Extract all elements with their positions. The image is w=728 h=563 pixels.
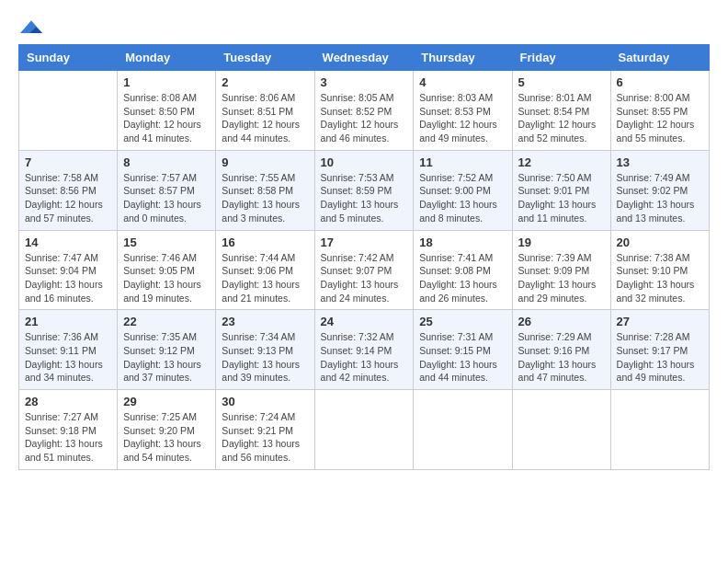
day-info: Sunrise: 7:32 AMSunset: 9:14 PMDaylight:… bbox=[321, 330, 408, 385]
day-info: Sunrise: 7:27 AMSunset: 9:18 PMDaylight:… bbox=[25, 410, 111, 465]
calendar-cell: 3Sunrise: 8:05 AMSunset: 8:52 PMDaylight… bbox=[314, 71, 414, 151]
calendar-header: SundayMondayTuesdayWednesdayThursdayFrid… bbox=[19, 45, 710, 71]
day-number: 17 bbox=[321, 236, 408, 249]
calendar-cell bbox=[512, 390, 610, 470]
day-number: 23 bbox=[222, 315, 308, 328]
day-info: Sunrise: 7:39 AMSunset: 9:09 PMDaylight:… bbox=[518, 251, 605, 305]
col-header-thursday: Thursday bbox=[414, 45, 512, 71]
day-number: 2 bbox=[222, 75, 308, 89]
day-number: 9 bbox=[222, 155, 308, 169]
day-number: 12 bbox=[518, 155, 605, 169]
calendar-cell: 12Sunrise: 7:50 AMSunset: 9:01 PMDayligh… bbox=[512, 150, 610, 230]
calendar-cell: 4Sunrise: 8:03 AMSunset: 8:53 PMDaylight… bbox=[414, 71, 512, 151]
day-number: 29 bbox=[123, 395, 210, 408]
calendar-cell: 18Sunrise: 7:41 AMSunset: 9:08 PMDayligh… bbox=[414, 230, 512, 310]
day-info: Sunrise: 7:28 AMSunset: 9:17 PMDaylight:… bbox=[617, 330, 703, 385]
day-number: 4 bbox=[419, 75, 506, 89]
day-info: Sunrise: 7:49 AMSunset: 9:02 PMDaylight:… bbox=[617, 171, 703, 225]
day-info: Sunrise: 8:01 AMSunset: 8:54 PMDaylight:… bbox=[518, 91, 605, 145]
col-header-wednesday: Wednesday bbox=[314, 45, 414, 71]
calendar-cell: 29Sunrise: 7:25 AMSunset: 9:20 PMDayligh… bbox=[118, 390, 216, 470]
calendar-cell: 23Sunrise: 7:34 AMSunset: 9:13 PMDayligh… bbox=[216, 310, 314, 390]
day-info: Sunrise: 7:38 AMSunset: 9:10 PMDaylight:… bbox=[617, 251, 703, 305]
calendar-cell: 16Sunrise: 7:44 AMSunset: 9:06 PMDayligh… bbox=[216, 230, 314, 310]
day-info: Sunrise: 7:57 AMSunset: 8:57 PMDaylight:… bbox=[123, 171, 210, 225]
calendar-cell: 20Sunrise: 7:38 AMSunset: 9:10 PMDayligh… bbox=[610, 230, 709, 310]
day-info: Sunrise: 8:08 AMSunset: 8:50 PMDaylight:… bbox=[123, 91, 210, 145]
day-number: 26 bbox=[518, 315, 605, 328]
calendar-cell bbox=[19, 71, 118, 151]
day-number: 24 bbox=[321, 315, 408, 328]
calendar-cell: 8Sunrise: 7:57 AMSunset: 8:57 PMDaylight… bbox=[118, 150, 216, 230]
col-header-friday: Friday bbox=[512, 45, 610, 71]
day-info: Sunrise: 7:52 AMSunset: 9:00 PMDaylight:… bbox=[419, 171, 506, 225]
day-info: Sunrise: 8:06 AMSunset: 8:51 PMDaylight:… bbox=[222, 91, 308, 145]
calendar-cell: 7Sunrise: 7:58 AMSunset: 8:56 PMDaylight… bbox=[19, 150, 118, 230]
calendar-cell: 21Sunrise: 7:36 AMSunset: 9:11 PMDayligh… bbox=[19, 310, 118, 390]
page-header bbox=[18, 18, 710, 37]
day-info: Sunrise: 7:25 AMSunset: 9:20 PMDaylight:… bbox=[123, 410, 210, 465]
calendar-cell: 10Sunrise: 7:53 AMSunset: 8:59 PMDayligh… bbox=[314, 150, 414, 230]
day-info: Sunrise: 7:46 AMSunset: 9:05 PMDaylight:… bbox=[123, 251, 210, 305]
day-info: Sunrise: 7:29 AMSunset: 9:16 PMDaylight:… bbox=[518, 330, 605, 385]
calendar-cell: 14Sunrise: 7:47 AMSunset: 9:04 PMDayligh… bbox=[19, 230, 118, 310]
day-number: 6 bbox=[617, 75, 703, 89]
day-number: 5 bbox=[518, 75, 605, 89]
day-number: 10 bbox=[321, 155, 408, 169]
day-number: 25 bbox=[419, 315, 506, 328]
calendar-cell: 25Sunrise: 7:31 AMSunset: 9:15 PMDayligh… bbox=[414, 310, 512, 390]
day-info: Sunrise: 7:58 AMSunset: 8:56 PMDaylight:… bbox=[25, 171, 111, 225]
calendar-cell: 5Sunrise: 8:01 AMSunset: 8:54 PMDaylight… bbox=[512, 71, 610, 151]
day-info: Sunrise: 7:34 AMSunset: 9:13 PMDaylight:… bbox=[222, 330, 308, 385]
calendar-cell: 24Sunrise: 7:32 AMSunset: 9:14 PMDayligh… bbox=[314, 310, 414, 390]
day-number: 1 bbox=[123, 75, 210, 89]
day-number: 27 bbox=[617, 315, 703, 328]
day-number: 8 bbox=[123, 155, 210, 169]
day-number: 18 bbox=[419, 236, 506, 249]
day-number: 13 bbox=[617, 155, 703, 169]
day-number: 20 bbox=[617, 236, 703, 249]
calendar-cell: 19Sunrise: 7:39 AMSunset: 9:09 PMDayligh… bbox=[512, 230, 610, 310]
day-number: 15 bbox=[123, 236, 210, 249]
calendar-week-row: 7Sunrise: 7:58 AMSunset: 8:56 PMDaylight… bbox=[19, 150, 710, 230]
day-info: Sunrise: 7:24 AMSunset: 9:21 PMDaylight:… bbox=[222, 410, 308, 465]
day-info: Sunrise: 7:42 AMSunset: 9:07 PMDaylight:… bbox=[321, 251, 408, 305]
calendar-body: 1Sunrise: 8:08 AMSunset: 8:50 PMDaylight… bbox=[19, 71, 710, 470]
col-header-sunday: Sunday bbox=[19, 45, 118, 71]
calendar-cell: 30Sunrise: 7:24 AMSunset: 9:21 PMDayligh… bbox=[216, 390, 314, 470]
calendar-cell: 17Sunrise: 7:42 AMSunset: 9:07 PMDayligh… bbox=[314, 230, 414, 310]
calendar-cell bbox=[414, 390, 512, 470]
logo bbox=[18, 18, 42, 37]
day-number: 14 bbox=[25, 236, 111, 249]
day-number: 28 bbox=[25, 395, 111, 408]
calendar-cell: 26Sunrise: 7:29 AMSunset: 9:16 PMDayligh… bbox=[512, 310, 610, 390]
calendar-cell: 11Sunrise: 7:52 AMSunset: 9:00 PMDayligh… bbox=[414, 150, 512, 230]
col-header-saturday: Saturday bbox=[610, 45, 709, 71]
col-header-monday: Monday bbox=[118, 45, 216, 71]
day-number: 3 bbox=[321, 75, 408, 89]
calendar-cell: 6Sunrise: 8:00 AMSunset: 8:55 PMDaylight… bbox=[610, 71, 709, 151]
calendar-cell: 22Sunrise: 7:35 AMSunset: 9:12 PMDayligh… bbox=[118, 310, 216, 390]
day-number: 19 bbox=[518, 236, 605, 249]
day-info: Sunrise: 7:47 AMSunset: 9:04 PMDaylight:… bbox=[25, 251, 111, 305]
day-number: 16 bbox=[222, 236, 308, 249]
day-info: Sunrise: 7:55 AMSunset: 8:58 PMDaylight:… bbox=[222, 171, 308, 225]
calendar-header-row: SundayMondayTuesdayWednesdayThursdayFrid… bbox=[19, 45, 710, 71]
day-info: Sunrise: 7:36 AMSunset: 9:11 PMDaylight:… bbox=[25, 330, 111, 385]
day-info: Sunrise: 8:05 AMSunset: 8:52 PMDaylight:… bbox=[321, 91, 408, 145]
day-info: Sunrise: 7:44 AMSunset: 9:06 PMDaylight:… bbox=[222, 251, 308, 305]
calendar-week-row: 28Sunrise: 7:27 AMSunset: 9:18 PMDayligh… bbox=[19, 390, 710, 470]
day-number: 11 bbox=[419, 155, 506, 169]
day-info: Sunrise: 8:00 AMSunset: 8:55 PMDaylight:… bbox=[617, 91, 703, 145]
col-header-tuesday: Tuesday bbox=[216, 45, 314, 71]
day-info: Sunrise: 7:41 AMSunset: 9:08 PMDaylight:… bbox=[419, 251, 506, 305]
day-number: 21 bbox=[25, 315, 111, 328]
day-info: Sunrise: 7:53 AMSunset: 8:59 PMDaylight:… bbox=[321, 171, 408, 225]
calendar-week-row: 1Sunrise: 8:08 AMSunset: 8:50 PMDaylight… bbox=[19, 71, 710, 151]
calendar-cell: 27Sunrise: 7:28 AMSunset: 9:17 PMDayligh… bbox=[610, 310, 709, 390]
calendar-cell: 9Sunrise: 7:55 AMSunset: 8:58 PMDaylight… bbox=[216, 150, 314, 230]
calendar-cell: 28Sunrise: 7:27 AMSunset: 9:18 PMDayligh… bbox=[19, 390, 118, 470]
calendar-week-row: 14Sunrise: 7:47 AMSunset: 9:04 PMDayligh… bbox=[19, 230, 710, 310]
calendar-week-row: 21Sunrise: 7:36 AMSunset: 9:11 PMDayligh… bbox=[19, 310, 710, 390]
calendar-cell bbox=[610, 390, 709, 470]
